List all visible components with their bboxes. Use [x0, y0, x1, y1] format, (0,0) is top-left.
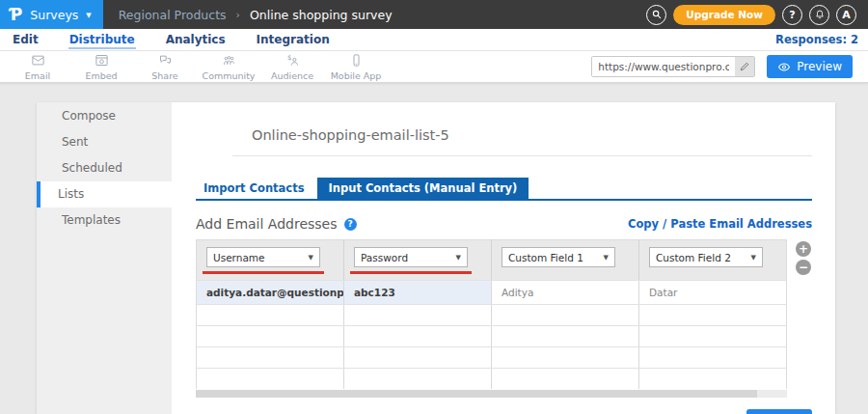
breadcrumb-separator: ›	[236, 9, 240, 21]
nav-item-analytics[interactable]: Analytics	[165, 31, 227, 49]
cell-password[interactable]	[344, 369, 492, 389]
cell-email[interactable]	[197, 369, 344, 389]
sidebar-item-sent[interactable]: Sent	[37, 129, 172, 155]
tool-email[interactable]: Email	[6, 53, 69, 81]
column-select-custom-field-2[interactable]: Custom Field 2 ▼	[649, 247, 763, 267]
select-value: Custom Field 2	[656, 252, 731, 263]
nav-item-edit[interactable]: Edit	[12, 31, 40, 49]
email-icon	[30, 53, 46, 70]
cell-email[interactable]: aditya.datar@questionpro.com	[197, 281, 344, 304]
tool-audience[interactable]: $ Audience	[260, 53, 324, 81]
tool-label: Embed	[85, 70, 117, 81]
chevron-down-icon: ▼	[456, 254, 461, 262]
tab-import-contacts[interactable]: Import Contacts	[196, 178, 317, 199]
search-icon[interactable]	[646, 5, 666, 25]
column-select-custom-field-1[interactable]: Custom Field 1 ▼	[502, 247, 615, 267]
cell-password[interactable]	[344, 347, 492, 368]
sidebar-item-lists[interactable]: Lists	[37, 181, 172, 207]
chevron-down-icon: ▼	[751, 254, 756, 262]
cell-email[interactable]	[197, 347, 344, 368]
cell-custom-1[interactable]	[492, 305, 639, 325]
required-underline	[203, 271, 324, 274]
nav-item-integration[interactable]: Integration	[256, 31, 331, 49]
tool-share[interactable]: Share	[133, 53, 197, 81]
share-icon	[157, 53, 174, 70]
community-icon	[221, 53, 237, 70]
scrollbar-thumb[interactable]	[196, 390, 757, 398]
add-row-button[interactable]: +	[796, 241, 811, 257]
select-value: Password	[361, 252, 408, 263]
cell-password[interactable]	[344, 326, 492, 346]
column-header: Custom Field 2 ▼	[639, 240, 786, 280]
audience-icon: $	[285, 53, 301, 70]
tool-mobile-app[interactable]: Mobile App	[324, 53, 388, 81]
notifications-bell-icon[interactable]	[809, 5, 829, 25]
table-row: aditya.datar@questionpro.com abc123 Adit…	[196, 280, 787, 304]
cell-password[interactable]: abc123	[344, 281, 492, 304]
contacts-tabs: Import Contacts Input Contacts (Manual E…	[196, 178, 812, 201]
product-menu-label: Surveys	[30, 8, 78, 22]
sidebar-item-templates[interactable]: Templates	[37, 207, 172, 234]
section-title: Add Email Addresses	[196, 216, 338, 232]
preview-button[interactable]: Preview	[767, 55, 853, 78]
cell-custom-2[interactable]: Datar	[639, 281, 786, 304]
cell-custom-1[interactable]	[492, 326, 639, 346]
select-value: Custom Field 1	[508, 252, 583, 263]
cell-password[interactable]	[344, 305, 492, 325]
help-tooltip-icon[interactable]: ?	[344, 218, 357, 231]
column-select-username[interactable]: Username ▼	[206, 247, 320, 267]
tool-label: Share	[151, 70, 177, 81]
tab-input-contacts-manual-entry[interactable]: Input Contacts (Manual Entry)	[317, 178, 529, 199]
lists-panel: Compose Sent Scheduled Lists Templates O…	[37, 102, 835, 414]
cell-custom-2[interactable]	[639, 347, 786, 368]
breadcrumb-current: Online shopping survey	[250, 8, 393, 22]
horizontal-scrollbar[interactable]	[196, 390, 787, 398]
edit-url-pencil-icon[interactable]	[735, 57, 754, 76]
mobile-app-icon	[348, 53, 365, 70]
sidebar-item-compose[interactable]: Compose	[37, 103, 172, 129]
required-underline	[350, 271, 472, 274]
top-bar: Ƥ Surveys ▼ Regional Products › Online s…	[0, 0, 868, 29]
distribute-sidebar: Compose Sent Scheduled Lists Templates	[37, 102, 172, 414]
column-header: Password ▼	[344, 240, 492, 280]
topbar-actions: Upgrade Now ? A	[646, 5, 856, 25]
cell-custom-1[interactable]: Aditya	[492, 281, 639, 304]
cell-custom-2[interactable]	[639, 326, 786, 346]
cell-custom-1[interactable]	[492, 347, 639, 368]
tool-community[interactable]: Community	[197, 53, 260, 81]
responses-count[interactable]: Responses: 2	[775, 33, 858, 46]
cell-custom-2[interactable]	[639, 369, 786, 389]
sidebar-item-scheduled[interactable]: Scheduled	[37, 155, 172, 181]
cell-custom-2[interactable]	[639, 305, 786, 325]
contacts-grid: Username ▼ Password ▼	[196, 239, 787, 398]
toolbar-right: Preview	[591, 55, 853, 78]
list-content: Online-shopping-email-list-5 Import Cont…	[172, 102, 835, 414]
tool-embed[interactable]: Embed	[69, 53, 133, 81]
tool-label: Audience	[271, 70, 313, 81]
avatar[interactable]: A	[836, 5, 856, 25]
upload-row: Upload	[196, 409, 812, 414]
survey-url-input[interactable]	[592, 57, 735, 76]
cell-email[interactable]	[197, 326, 344, 346]
upgrade-now-button[interactable]: Upgrade Now	[673, 5, 775, 25]
tool-label: Community	[203, 70, 256, 81]
list-title-section: Online-shopping-email-list-5	[232, 102, 812, 156]
select-value: Username	[213, 252, 265, 263]
grid-header-row: Username ▼ Password ▼	[196, 239, 787, 280]
chevron-down-icon: ▼	[309, 254, 313, 262]
distribute-toolbar: Email Embed Share Community $ Audience M…	[0, 51, 868, 83]
breadcrumb-parent[interactable]: Regional Products	[119, 8, 227, 22]
table-row	[196, 325, 787, 346]
column-select-password[interactable]: Password ▼	[354, 247, 468, 267]
nav-item-distribute[interactable]: Distribute	[68, 31, 136, 49]
chevron-down-icon: ▼	[86, 12, 91, 19]
survey-nav: Edit Distribute Analytics Integration Re…	[0, 29, 868, 51]
column-header: Custom Field 1 ▼	[492, 240, 639, 280]
cell-custom-1[interactable]	[492, 369, 639, 389]
help-icon[interactable]: ?	[782, 5, 802, 25]
copy-paste-email-link[interactable]: Copy / Paste Email Addresses	[628, 217, 812, 231]
product-switcher[interactable]: Ƥ Surveys ▼	[0, 0, 103, 29]
cell-email[interactable]	[197, 305, 344, 325]
upload-button[interactable]: Upload	[746, 409, 812, 414]
remove-row-button[interactable]: −	[796, 260, 811, 275]
